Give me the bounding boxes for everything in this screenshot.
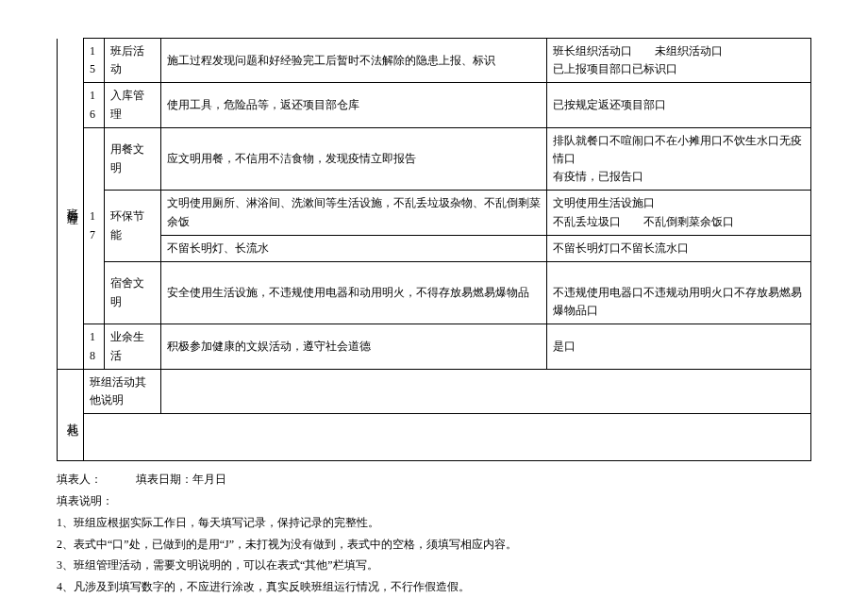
row-number: 16	[84, 83, 105, 127]
row-desc: 安全使用生活设施，不违规使用电器和动用明火，不得存放易燃易爆物品	[161, 261, 547, 324]
table-row: 班后管理 15 班后活动 施工过程发现问题和好经验完工后暂时不法解除的隐患上报、…	[58, 39, 811, 83]
table-row: 不留长明灯、长流水 不留长明灯口不留长流水口	[58, 235, 811, 261]
form-table: 班后管理 15 班后活动 施工过程发现问题和好经验完工后暂时不法解除的隐患上报、…	[57, 38, 811, 461]
row-number: 17	[84, 127, 105, 324]
other-label: 班组活动其他说明	[84, 369, 161, 413]
check-text: 排队就餐口不喧闹口不在小摊用口不饮生水口无疫情口 有疫情，已报告口	[553, 134, 802, 183]
table-row: 宿舍文明 安全使用生活设施，不违规使用电器和动用明火，不得存放易燃易爆物品 不违…	[58, 261, 811, 324]
table-row	[58, 414, 811, 461]
footer-notes: 填表人： 填表日期：年月日 填表说明： 1、班组应根据实际工作日，每天填写记录，…	[57, 469, 811, 598]
other-blank	[84, 414, 811, 461]
row-item: 用餐文明	[105, 127, 161, 191]
category-cell: 班后管理	[58, 39, 84, 370]
footer-filled-by: 填表人： 填表日期：年月日	[57, 469, 811, 490]
row-check: 班长组织活动口 未组织活动口 已上报项目部口已标识口	[547, 39, 811, 83]
row-check: 是口	[547, 324, 811, 369]
table-row: 17 用餐文明 应文明用餐，不信用不洁食物，发现疫情立即报告 排队就餐口不喧闹口…	[58, 127, 811, 191]
footer-note: 2、表式中“口”处，已做到的是用“J”，未打视为没有做到，表式中的空格，须填写相…	[57, 534, 811, 556]
row-desc: 应文明用餐，不信用不洁食物，发现疫情立即报告	[161, 127, 547, 191]
row-item: 环保节能	[105, 191, 161, 262]
row-item: 业余生活	[105, 324, 161, 369]
footer-note: 1、班组应根据实际工作日，每天填写记录，保持记录的完整性。	[57, 512, 811, 534]
footer-note: 3、班组管理活动，需要文明说明的，可以在表式“其他”栏填写。	[57, 555, 811, 576]
row-check: 不留长明灯口不留长流水口	[547, 235, 811, 261]
row-desc: 不留长明灯、长流水	[161, 235, 547, 261]
table-row: 16 入库管理 使用工具，危险品等，返还项目部仓库 已按规定返还项目部口	[58, 83, 811, 127]
row-check: 已按规定返还项目部口	[547, 83, 811, 127]
row-desc: 施工过程发现问题和好经验完工后暂时不法解除的隐患上报、标识	[161, 39, 547, 83]
row-desc: 积极参加健康的文娱活动，遵守社会道德	[161, 324, 547, 369]
row-item: 入库管理	[105, 83, 161, 127]
check-text: 文明使用生活设施口 不乱丢垃圾口 不乱倒剩菜余饭口	[553, 196, 734, 227]
footer-instructions-title: 填表说明：	[57, 490, 811, 512]
row-check: 文明使用生活设施口 不乱丢垃圾口 不乱倒剩菜余饭口	[547, 191, 811, 235]
table-row: 其他 班组活动其他说明	[58, 369, 811, 413]
category-cell: 其他	[58, 369, 84, 460]
check-text: 班长组织活动口 未组织活动口 已上报项目部口已标识口	[553, 44, 723, 75]
row-desc: 使用工具，危险品等，返还项目部仓库	[161, 83, 547, 127]
row-number: 15	[84, 39, 105, 83]
table-row: 18 业余生活 积极参加健康的文娱活动，遵守社会道德 是口	[58, 324, 811, 369]
category-label: 班后管理	[63, 199, 81, 207]
row-check: 不违规使用电器口不违规动用明火口不存放易燃易爆物品口	[547, 261, 811, 324]
row-desc: 文明使用厕所、淋浴间、洗漱间等生活设施，不乱丢垃圾杂物、不乱倒剩菜余饭	[161, 191, 547, 235]
table-row: 环保节能 文明使用厕所、淋浴间、洗漱间等生活设施，不乱丢垃圾杂物、不乱倒剩菜余饭…	[58, 191, 811, 235]
row-number: 18	[84, 324, 105, 369]
footer-note: 4、凡涉及到填写数字的，不应进行涂改，真实反映班组运行情况，不行作假造假。	[57, 576, 811, 598]
category-label: 其他	[63, 414, 81, 418]
other-content	[161, 369, 811, 413]
row-check: 排队就餐口不喧闹口不在小摊用口不饮生水口无疫情口 有疫情，已报告口	[547, 127, 811, 191]
check-text: 不违规使用电器口不违规动用明火口不存放易燃易爆物品口	[553, 286, 802, 317]
row-item: 宿舍文明	[105, 261, 161, 324]
row-item: 班后活动	[105, 39, 161, 83]
